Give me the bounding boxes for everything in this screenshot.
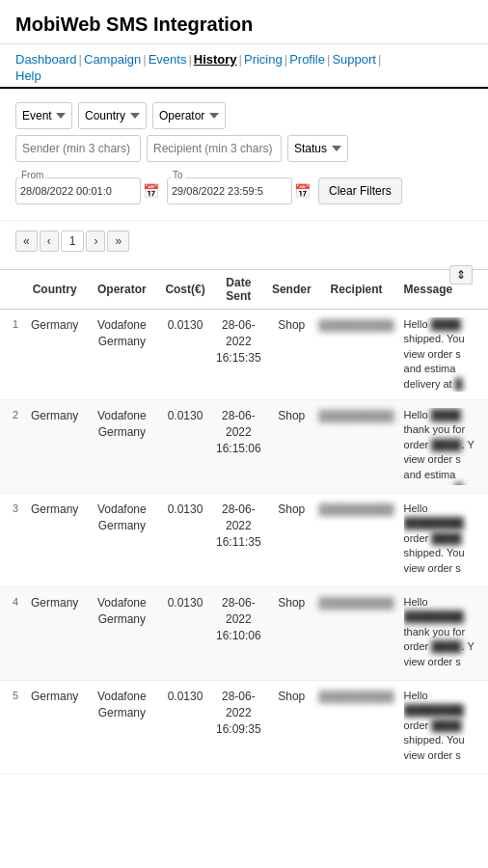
row-country: Germany: [27, 680, 82, 773]
table-row: 5 Germany Vodafone Germany 0.0130 28-06-…: [0, 680, 488, 773]
from-date-input[interactable]: [15, 177, 141, 204]
row-num: 3: [0, 493, 27, 586]
to-calendar-icon[interactable]: 📅: [294, 183, 311, 199]
col-num: [0, 270, 27, 310]
first-page-button[interactable]: «: [15, 231, 38, 252]
sender-input[interactable]: [15, 135, 141, 162]
clear-filters-button[interactable]: Clear Filters: [318, 177, 402, 204]
col-date: DateSent: [209, 270, 268, 310]
row-cost: 0.0130: [161, 399, 208, 493]
nav-events[interactable]: Events: [149, 52, 187, 67]
row-operator: Vodafone Germany: [82, 586, 161, 680]
row-date: 28-06-202216:09:35: [209, 680, 268, 773]
current-page: 1: [61, 231, 85, 252]
nav-dashboard[interactable]: Dashboard: [15, 52, 77, 67]
row-message: Hello ████thank you fororder ████. Yview…: [398, 399, 488, 493]
row-recipient: ██████████: [315, 680, 398, 773]
row-date: 28-06-202216:11:35: [209, 493, 268, 586]
row-num: 5: [0, 680, 27, 773]
to-date-input[interactable]: [167, 177, 292, 204]
last-page-button[interactable]: »: [107, 231, 129, 252]
page-title: MobiWeb SMS Integration: [15, 14, 473, 36]
row-sender: Shop: [268, 399, 315, 493]
row-message: Hello ████████thank you fororder ████. Y…: [398, 586, 488, 680]
row-sender: Shop: [268, 310, 315, 400]
row-recipient: ██████████: [315, 493, 398, 586]
row-operator: Vodafone Germany: [82, 310, 161, 400]
row-cost: 0.0130: [161, 680, 208, 773]
table-wrapper: ⇕ Country Operator Cost(€) DateSent Send…: [0, 261, 488, 774]
sort-button[interactable]: ⇕: [449, 265, 473, 285]
next-page-button[interactable]: ›: [86, 231, 105, 252]
history-table: Country Operator Cost(€) DateSent Sender…: [0, 269, 488, 774]
recipient-input[interactable]: [147, 135, 282, 162]
row-operator: Vodafone Germany: [82, 493, 161, 586]
row-num: 1: [0, 310, 27, 400]
prev-page-button[interactable]: ‹: [40, 231, 59, 252]
table-header-row: Country Operator Cost(€) DateSent Sender…: [0, 270, 488, 310]
col-operator: Operator: [82, 270, 161, 310]
navigation: Dashboard | Campaign | Events | History …: [0, 44, 488, 89]
nav-support[interactable]: Support: [332, 52, 376, 67]
row-country: Germany: [27, 493, 82, 586]
row-cost: 0.0130: [161, 586, 208, 680]
row-message: Hello ████ shipped. Youview order sand e…: [398, 310, 488, 400]
filters-panel: Event Country Operator Status From 📅 To …: [0, 89, 488, 221]
row-recipient: ██████████: [315, 586, 398, 680]
col-recipient: Recipient: [315, 270, 398, 310]
operator-select[interactable]: Operator: [152, 102, 226, 129]
table-row: 4 Germany Vodafone Germany 0.0130 28-06-…: [0, 586, 488, 680]
country-select[interactable]: Country: [78, 102, 147, 129]
row-operator: Vodafone Germany: [82, 680, 161, 773]
col-message: Message: [398, 270, 488, 310]
col-sender: Sender: [268, 270, 315, 310]
row-message: Hello ████████order ████shipped. Youview…: [398, 680, 488, 773]
pagination: « ‹ 1 › »: [0, 221, 488, 261]
nav-help[interactable]: Help: [15, 68, 41, 83]
row-message: Hello ████████order ████shipped. Youview…: [398, 493, 488, 586]
row-operator: Vodafone Germany: [82, 399, 161, 493]
from-label: From: [19, 170, 45, 180]
row-cost: 0.0130: [161, 310, 208, 400]
page-header: MobiWeb SMS Integration: [0, 0, 488, 44]
row-country: Germany: [27, 399, 82, 493]
to-label: To: [171, 170, 185, 180]
row-sender: Shop: [268, 680, 315, 773]
row-sender: Shop: [268, 586, 315, 680]
col-cost: Cost(€): [161, 270, 208, 310]
row-recipient: ██████████: [315, 399, 398, 493]
nav-history[interactable]: History: [194, 52, 237, 67]
table-row: 1 Germany Vodafone Germany 0.0130 28-06-…: [0, 310, 488, 400]
nav-pricing[interactable]: Pricing: [244, 52, 283, 67]
row-country: Germany: [27, 310, 82, 400]
row-num: 4: [0, 586, 27, 680]
row-sender: Shop: [268, 493, 315, 586]
row-date: 28-06-202216:10:06: [209, 586, 268, 680]
row-cost: 0.0130: [161, 493, 208, 586]
nav-campaign[interactable]: Campaign: [84, 52, 141, 67]
nav-profile[interactable]: Profile: [289, 52, 325, 67]
row-date: 28-06-202216:15:06: [209, 399, 268, 493]
col-country: Country: [27, 270, 82, 310]
table-row: 3 Germany Vodafone Germany 0.0130 28-06-…: [0, 493, 488, 586]
event-select[interactable]: Event: [15, 102, 72, 129]
row-date: 28-06-202216:15:35: [209, 310, 268, 400]
status-select[interactable]: Status: [287, 135, 348, 162]
row-recipient: ██████████: [315, 310, 398, 400]
from-calendar-icon[interactable]: 📅: [143, 183, 159, 199]
row-country: Germany: [27, 586, 82, 680]
row-num: 2: [0, 399, 27, 493]
table-row: 2 Germany Vodafone Germany 0.0130 28-06-…: [0, 399, 488, 493]
